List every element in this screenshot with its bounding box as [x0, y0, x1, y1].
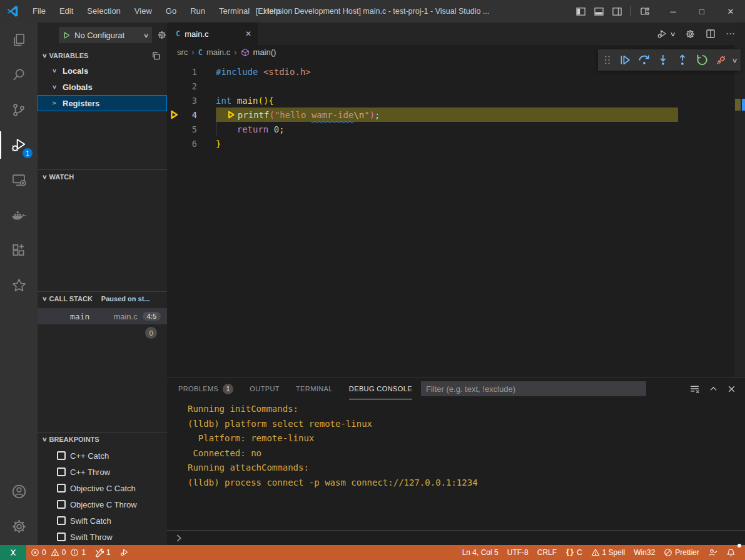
breakpoint-margin[interactable] — [167, 79, 181, 93]
problems-summary[interactable]: 0 0 1 — [26, 545, 90, 560]
debug-console-output[interactable]: Running initCommands:(lldb) platform sel… — [167, 399, 745, 531]
code-line-2[interactable]: 2 — [167, 79, 734, 93]
breakpoint-item[interactable]: Objective C Catch — [38, 480, 167, 496]
code-line-4[interactable]: 4 printf("hello wamr-ide\n"); — [167, 108, 734, 122]
settings-button[interactable] — [0, 509, 38, 544]
formatter-status[interactable]: Prettier — [659, 545, 704, 560]
maximize-panel-icon[interactable] — [709, 384, 718, 394]
sidebar-item-star-extension[interactable] — [0, 268, 38, 302]
call-stack-frame[interactable]: main main.c 4:5 — [38, 308, 167, 324]
variables-item-locals[interactable]: ∨Locals — [38, 62, 167, 79]
split-editor-icon[interactable] — [706, 29, 716, 39]
variables-item-registers[interactable]: >Registers — [38, 95, 167, 111]
toggle-panel-icon[interactable] — [594, 7, 604, 16]
more-actions-icon[interactable]: ⋯ — [726, 28, 735, 39]
breakpoint-margin[interactable] — [167, 122, 181, 136]
code-line-6[interactable]: 6} — [167, 136, 734, 151]
disconnect-icon[interactable] — [714, 53, 728, 68]
code-line-3[interactable]: 3int main(){ — [167, 93, 734, 108]
step-over-icon[interactable] — [637, 52, 652, 68]
feedback-button[interactable] — [704, 545, 722, 560]
breakpoint-item[interactable]: Objective C Throw — [38, 496, 167, 512]
menu-edit[interactable]: Edit — [53, 0, 80, 22]
panel-tab-output[interactable]: OUTPUT — [250, 379, 280, 399]
remote-indicator[interactable] — [0, 545, 26, 560]
toggle-secondary-sidebar-icon[interactable] — [612, 7, 622, 16]
breakpoint-item[interactable]: Swift Catch — [38, 512, 167, 529]
minimize-button[interactable]: ─ — [659, 0, 687, 22]
maximize-button[interactable]: □ — [687, 0, 716, 22]
step-into-icon[interactable] — [656, 52, 671, 68]
breakpoint-margin[interactable] — [167, 108, 181, 122]
clear-console-icon[interactable] — [689, 384, 700, 394]
breadcrumb-file[interactable]: main.c — [206, 48, 230, 57]
breakpoint-item[interactable]: Swift Throw — [38, 529, 167, 545]
step-out-icon[interactable] — [675, 52, 690, 68]
breakpoint-checkbox[interactable] — [57, 484, 66, 492]
breakpoint-item[interactable]: C++ Catch — [38, 448, 167, 464]
tab-main-c[interactable]: C main.c ✕ — [167, 22, 258, 45]
menu-terminal[interactable]: Terminal — [212, 0, 256, 22]
variables-header[interactable]: ∨ VARIABLES — [38, 49, 167, 62]
copy-icon[interactable] — [151, 51, 161, 61]
breadcrumb-folder[interactable]: src — [177, 48, 188, 57]
encoding-indicator[interactable]: UTF-8 — [503, 545, 533, 560]
toggle-sidebar-icon[interactable] — [576, 7, 585, 16]
breakpoint-margin[interactable] — [167, 64, 181, 79]
menu-go[interactable]: Go — [159, 0, 183, 22]
chevron-down-icon[interactable]: ∨ — [669, 31, 676, 38]
panel-tab-debug-console[interactable]: DEBUG CONSOLE — [349, 379, 412, 399]
customize-layout-icon[interactable] — [640, 6, 650, 16]
debug-console-filter-input[interactable] — [421, 381, 646, 396]
breakpoints-header[interactable]: ∨ BREAKPOINTS — [38, 432, 167, 446]
sidebar-item-extensions[interactable] — [0, 232, 38, 268]
spell-checker-status[interactable]: 1 Spell — [587, 545, 630, 560]
platform-indicator[interactable]: Win32 — [629, 545, 659, 560]
eol-indicator[interactable]: CRLF — [533, 545, 561, 560]
variables-item-globals[interactable]: ∨Globals — [38, 79, 167, 95]
breakpoint-checkbox[interactable] — [57, 468, 66, 476]
sidebar-item-source-control[interactable] — [0, 92, 38, 128]
menu-view[interactable]: View — [128, 0, 159, 22]
menu-run[interactable]: Run — [183, 0, 212, 22]
breakpoint-checkbox[interactable] — [57, 532, 66, 541]
watch-header[interactable]: ∨ WATCH — [38, 170, 167, 184]
cursor-position[interactable]: Ln 4, Col 5 — [458, 545, 503, 560]
overview-current-line-mark — [735, 99, 741, 111]
code-line-5[interactable]: 5 return 0; — [167, 122, 734, 136]
breakpoint-item[interactable]: C++ Throw — [38, 464, 167, 480]
call-stack-header[interactable]: ∨ CALL STACK Paused on st... — [38, 292, 167, 306]
sidebar-item-search[interactable] — [0, 58, 38, 92]
close-button[interactable]: ✕ — [716, 0, 745, 22]
accounts-button[interactable] — [0, 474, 38, 509]
debug-config-dropdown[interactable]: No Configurat ∨ — [59, 27, 152, 43]
debug-console-prompt[interactable] — [167, 530, 745, 545]
sidebar-item-docker[interactable] — [0, 198, 38, 232]
tab-close-icon[interactable]: ✕ — [245, 29, 251, 38]
notifications-button[interactable] — [722, 545, 740, 560]
breakpoint-margin[interactable] — [167, 93, 181, 108]
sidebar-item-remote-explorer[interactable] — [0, 162, 38, 198]
close-panel-icon[interactable] — [727, 384, 736, 394]
debug-status[interactable] — [115, 545, 134, 560]
panel-tab-terminal[interactable]: TERMINAL — [296, 379, 333, 399]
menu-file[interactable]: File — [26, 0, 53, 22]
debug-settings-gear-icon[interactable] — [157, 30, 167, 40]
breakpoint-checkbox[interactable] — [57, 500, 66, 509]
menu-selection[interactable]: Selection — [80, 0, 127, 22]
breakpoint-checkbox[interactable] — [57, 516, 66, 525]
sidebar-item-explorer[interactable] — [0, 22, 38, 58]
panel-tab-problems[interactable]: PROBLEMS1 — [178, 379, 233, 399]
gear-icon[interactable] — [685, 29, 696, 39]
language-mode[interactable]: {} C — [561, 545, 587, 560]
continue-icon[interactable] — [617, 52, 632, 68]
restart-icon[interactable] — [694, 52, 709, 68]
toolbar-drag-handle[interactable] — [602, 54, 613, 66]
breadcrumb-symbol[interactable]: main() — [253, 48, 276, 57]
run-or-debug-icon[interactable] — [656, 28, 668, 40]
chevron-down-icon[interactable]: ∨ — [731, 57, 737, 64]
breakpoint-checkbox[interactable] — [57, 451, 66, 460]
sidebar-item-run-and-debug[interactable]: 1 — [0, 128, 38, 162]
breakpoint-margin[interactable] — [167, 136, 181, 151]
tools-status[interactable]: 1 — [90, 545, 115, 560]
